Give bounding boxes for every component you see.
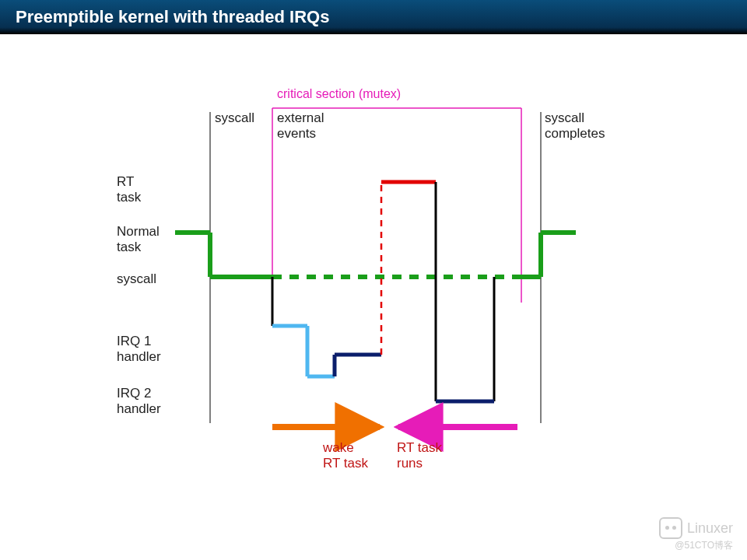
critical-section-bracket <box>272 108 521 303</box>
slide-title: Preemptible kernel with threaded IRQs <box>16 7 329 27</box>
wake-label: wake RT task <box>323 440 368 471</box>
runs-label: RT task runs <box>397 440 442 471</box>
watermark-sub: @51CTO博客 <box>659 539 733 552</box>
black-trace-2 <box>436 182 494 401</box>
wechat-icon <box>659 517 682 539</box>
slide-header: Preemptible kernel with threaded IRQs <box>0 0 747 34</box>
watermark-name: Linuxer <box>687 520 733 537</box>
irq1-threaded <box>335 355 381 376</box>
page: Preemptible kernel with threaded IRQs RT… <box>0 0 747 560</box>
timeline-svg <box>0 96 747 532</box>
guide-lines <box>210 112 541 423</box>
diagram: RT task Normal task syscall IRQ 1 handle… <box>0 34 747 560</box>
watermark: Linuxer @51CTO博客 <box>659 517 733 552</box>
green-tracks <box>175 233 576 277</box>
irq-tophalf <box>272 326 335 376</box>
